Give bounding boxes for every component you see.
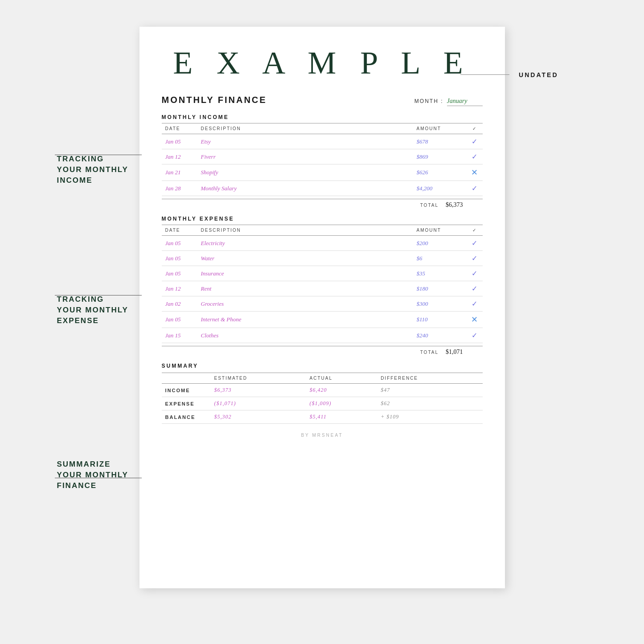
check-cell: ✓ xyxy=(467,134,483,149)
month-value: January xyxy=(447,98,483,106)
footer-byline: BY MRSNEAT xyxy=(162,433,483,438)
summary-difference-cell: $47 xyxy=(377,384,482,397)
expense-total-label: TOTAL xyxy=(420,350,439,355)
annotation-summary-line xyxy=(55,478,142,478)
expense-col-check: ✓ xyxy=(467,225,483,236)
amount-cell: $240 xyxy=(413,328,467,343)
expense-section-title: MONTHLY EXPENSE xyxy=(162,216,483,222)
summary-table: ESTIMATED ACTUAL DIFFERENCE INCOME $6,37… xyxy=(162,373,483,424)
summary-col-blank xyxy=(162,373,211,384)
annotation-expense-line xyxy=(55,295,142,295)
income-col-check: ✓ xyxy=(467,123,483,134)
income-col-desc: DESCRIPTION xyxy=(197,123,413,134)
income-col-date: DATE xyxy=(162,123,197,134)
table-row: Jan 02 Groceries $300 ✓ xyxy=(162,296,483,312)
summary-estimated-cell: $5,302 xyxy=(211,410,306,424)
summary-difference-cell: $62 xyxy=(377,397,482,410)
check-cell: ✓ xyxy=(467,181,483,196)
check-icon: ✓ xyxy=(472,270,477,277)
check-icon: ✓ xyxy=(472,285,477,292)
desc-cell: Shopify xyxy=(197,164,413,181)
amount-cell: $626 xyxy=(413,164,467,181)
summary-estimated-cell: ($1,071) xyxy=(211,397,306,410)
header-row: MONTHLY FINANCE MONTH : January xyxy=(162,95,483,106)
check-cell: ✕ xyxy=(467,312,483,328)
expense-total-value: $1,071 xyxy=(446,349,463,356)
table-row: INCOME $6,373 $6,420 $47 xyxy=(162,384,483,397)
income-total-value: $6,373 xyxy=(446,201,463,209)
undated-label: UNDATED xyxy=(519,71,558,78)
date-cell: Jan 05 xyxy=(162,266,197,281)
check-icon: ✓ xyxy=(472,254,477,262)
table-row: Jan 15 Clothes $240 ✓ xyxy=(162,328,483,343)
check-icon: ✓ xyxy=(472,153,477,160)
summary-actual-cell: $6,420 xyxy=(306,384,377,397)
month-label: MONTH : xyxy=(414,98,443,104)
desc-cell: Etsy xyxy=(197,134,413,149)
date-cell: Jan 15 xyxy=(162,328,197,343)
check-cell: ✕ xyxy=(467,164,483,181)
table-row: Jan 28 Monthly Salary $4,200 ✓ xyxy=(162,181,483,196)
table-row: Jan 05 Electricity $200 ✓ xyxy=(162,236,483,251)
expense-section: MONTHLY EXPENSE DATE DESCRIPTION AMOUNT … xyxy=(162,216,483,356)
page-title: E X A M P L E xyxy=(162,45,483,82)
amount-cell: $678 xyxy=(413,134,467,149)
expense-col-date: DATE xyxy=(162,225,197,236)
desc-cell: Monthly Salary xyxy=(197,181,413,196)
summary-row-label: INCOME xyxy=(162,384,211,397)
summary-row-label: BALANCE xyxy=(162,410,211,424)
check-icon: ✓ xyxy=(472,239,477,247)
date-cell: Jan 05 xyxy=(162,312,197,328)
summary-actual-cell: $5,411 xyxy=(306,410,377,424)
check-cell: ✓ xyxy=(467,266,483,281)
cross-icon: ✕ xyxy=(471,168,478,177)
undated-line xyxy=(460,74,509,75)
table-row: Jan 05 Insurance $35 ✓ xyxy=(162,266,483,281)
expense-col-amount: AMOUNT xyxy=(413,225,467,236)
amount-cell: $4,200 xyxy=(413,181,467,196)
income-total-label: TOTAL xyxy=(420,203,439,208)
amount-cell: $35 xyxy=(413,266,467,281)
summary-difference-cell: + $109 xyxy=(377,410,482,424)
summary-section-title: SUMMARY xyxy=(162,363,483,369)
summary-col-actual: ACTUAL xyxy=(306,373,377,384)
annotation-summary: SUMMARIZE YOUR MONTHLY FINANCE xyxy=(57,459,128,491)
income-table: DATE DESCRIPTION AMOUNT ✓ Jan 05 Etsy $6… xyxy=(162,123,483,196)
date-cell: Jan 12 xyxy=(162,149,197,164)
amount-cell: $180 xyxy=(413,281,467,296)
table-row: BALANCE $5,302 $5,411 + $109 xyxy=(162,410,483,424)
check-icon: ✓ xyxy=(472,332,477,339)
desc-cell: Clothes xyxy=(197,328,413,343)
date-cell: Jan 05 xyxy=(162,134,197,149)
annotation-income: TRACKING YOUR MONTHLY INCOME xyxy=(57,154,128,185)
amount-cell: $300 xyxy=(413,296,467,312)
desc-cell: Rent xyxy=(197,281,413,296)
date-cell: Jan 28 xyxy=(162,181,197,196)
table-row: Jan 05 Internet & Phone $110 ✕ xyxy=(162,312,483,328)
amount-cell: $200 xyxy=(413,236,467,251)
summary-estimated-cell: $6,373 xyxy=(211,384,306,397)
table-row: Jan 12 Fiverr $869 ✓ xyxy=(162,149,483,164)
date-cell: Jan 12 xyxy=(162,281,197,296)
annotation-income-line xyxy=(55,155,142,155)
table-row: Jan 05 Water $6 ✓ xyxy=(162,251,483,266)
date-cell: Jan 05 xyxy=(162,251,197,266)
check-cell: ✓ xyxy=(467,296,483,312)
desc-cell: Insurance xyxy=(197,266,413,281)
income-total-row: TOTAL $6,373 xyxy=(162,199,483,209)
desc-cell: Internet & Phone xyxy=(197,312,413,328)
table-row: Jan 21 Shopify $626 ✕ xyxy=(162,164,483,181)
document-page: TRACKING YOUR MONTHLY INCOME TRACKING YO… xyxy=(139,27,505,588)
desc-cell: Electricity xyxy=(197,236,413,251)
cross-icon: ✕ xyxy=(471,315,478,324)
desc-cell: Water xyxy=(197,251,413,266)
table-row: Jan 05 Etsy $678 ✓ xyxy=(162,134,483,149)
expense-col-desc: DESCRIPTION xyxy=(197,225,413,236)
check-cell: ✓ xyxy=(467,251,483,266)
annotation-expense: TRACKING YOUR MONTHLY EXPENSE xyxy=(57,294,128,326)
table-row: EXPENSE ($1,071) ($1,009) $62 xyxy=(162,397,483,410)
amount-cell: $869 xyxy=(413,149,467,164)
check-icon: ✓ xyxy=(472,138,477,145)
income-section: MONTHLY INCOME DATE DESCRIPTION AMOUNT ✓… xyxy=(162,114,483,209)
income-col-amount: AMOUNT xyxy=(413,123,467,134)
